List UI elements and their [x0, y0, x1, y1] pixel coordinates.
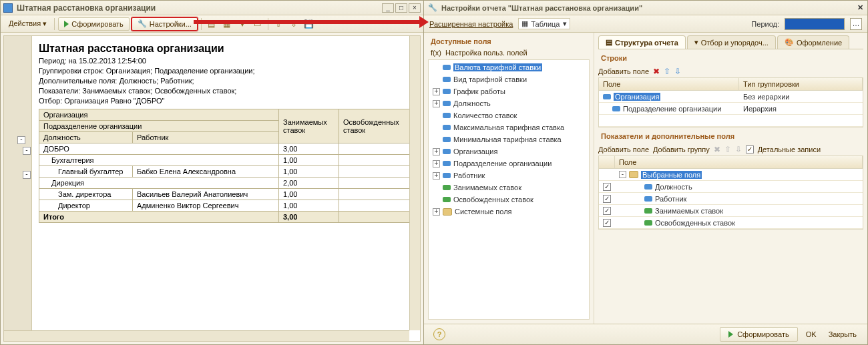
tree-label[interactable]: Вид тарифной ставки [453, 75, 527, 83]
period-input[interactable] [785, 18, 845, 30]
tree-item: +Системные поля [429, 206, 589, 218]
table-row: Главный бухгалтер Бабко Елена Александро… [39, 166, 413, 178]
tree-label[interactable]: Максимальная тарифная ставка [453, 123, 564, 131]
horizontal-scrollbar[interactable] [4, 330, 409, 341]
filter-icon: ▾ [694, 38, 698, 47]
grid-row[interactable]: ✓ Занимаемых ставок [599, 205, 863, 217]
maximize-button[interactable]: □ [395, 3, 407, 13]
grid-row[interactable]: ✓ Работник [599, 193, 863, 205]
wrench-icon [428, 3, 437, 12]
minimize-button[interactable]: _ [382, 3, 394, 13]
tab-formatting[interactable]: 🎨Оформление [777, 35, 849, 49]
available-fields-tree[interactable]: Валюта тарифной ставки Вид тарифной став… [428, 59, 590, 320]
settings-body: Доступные поля f(x) Настройка польз. пол… [424, 33, 867, 324]
wrench-icon [138, 19, 147, 28]
fields-toolbar: Добавить поле Добавить группу ✖ ⇧ ⇩ ✓ Де… [598, 143, 863, 155]
grid-row[interactable]: ✓ Освобожденных ставок [599, 217, 863, 229]
move-down-icon[interactable]: ⇩ [674, 67, 681, 76]
collapse-toggle[interactable]: - [17, 136, 25, 144]
tree-label[interactable]: Системные поля [455, 208, 512, 216]
settings-toolbar: Расширенная настройка ▦ Таблица ▾ Период… [424, 15, 867, 33]
tree-label[interactable]: Валюта тарифной ставки [453, 63, 542, 71]
tree-label[interactable]: Занимаемых ставок [453, 184, 521, 192]
available-header: Доступные поля [428, 35, 594, 47]
delete-icon[interactable]: ✖ [653, 67, 660, 76]
custom-fields-button[interactable]: f(x) Настройка польз. полей [428, 47, 594, 58]
settings-label: Настройки... [150, 20, 192, 28]
tree-item: Максимальная тарифная ставка [429, 121, 589, 133]
grid-row[interactable]: ✓ Должность [599, 181, 863, 193]
tab-structure[interactable]: ▤Структура отчета [598, 35, 686, 49]
rows-header: Строки [598, 52, 863, 64]
collapse-toggle[interactable]: - [23, 147, 31, 155]
generate-button[interactable]: Сформировать [58, 17, 130, 31]
tree-item: Валюта тарифной ставки [429, 61, 589, 73]
col-type: Тип группировки [739, 78, 863, 90]
settings-tabs: ▤Структура отчета ▾Отбор и упорядоч... 🎨… [598, 35, 863, 49]
separator [54, 18, 55, 30]
tree-label[interactable]: Количество ставок [453, 111, 517, 119]
col-taken: Занимаемых ставок [279, 109, 339, 143]
close-button[interactable]: Закрыть [825, 330, 861, 338]
tree-label[interactable]: Освобожденных ставок [453, 196, 533, 204]
table-row: Бухгалтерия 1,00 [39, 155, 413, 166]
period-label: Период: [751, 20, 779, 28]
footer-generate-button[interactable]: Сформировать [720, 327, 798, 342]
tree-label[interactable]: Подразделение организации [453, 159, 552, 167]
close-icon[interactable]: ✕ [857, 3, 863, 12]
tree-item: +Организация [429, 145, 589, 157]
period-picker-button[interactable]: … [850, 18, 862, 30]
structure-icon: ▤ [606, 38, 612, 47]
tree-label[interactable]: Работник [453, 171, 485, 180]
view-switch[interactable]: ▦ Таблица ▾ [518, 18, 570, 29]
available-fields-panel: Доступные поля f(x) Настройка польз. пол… [424, 33, 594, 324]
move-up-icon[interactable]: ⇧ [664, 67, 670, 76]
palette-icon: 🎨 [785, 38, 794, 47]
report-extrafields: Дополнительные поля: Должность; Работник… [39, 76, 413, 86]
tab-filter[interactable]: ▾Отбор и упорядоч... [687, 35, 776, 49]
collapse-toggle[interactable]: - [23, 171, 31, 179]
ok-button[interactable]: OK [802, 330, 821, 338]
settings-button[interactable]: Настройки... [132, 17, 198, 31]
grid-row[interactable]: Организация Без иерархии [599, 91, 863, 103]
close-button[interactable]: × [409, 3, 421, 13]
field-checkbox[interactable]: ✓ [603, 195, 611, 203]
settings-footer: ? Сформировать OK Закрыть [424, 324, 867, 344]
field-checkbox[interactable]: ✓ [603, 207, 611, 215]
chevron-down-icon: ▾ [563, 19, 567, 28]
vertical-scrollbar[interactable] [409, 36, 420, 330]
help-icon[interactable]: ? [433, 328, 445, 340]
total-row: Итого 3,00 [39, 212, 413, 223]
move-up-icon[interactable]: ⇧ [724, 145, 731, 154]
tree-item: Количество ставок [429, 109, 589, 121]
field-checkbox[interactable]: ✓ [603, 219, 611, 227]
actions-menu[interactable]: Действия ▾ [5, 18, 51, 29]
grid-row[interactable]: -Выбранные поля [599, 169, 863, 181]
report-toolbar: Действия ▾ Сформировать Настройки... ▤ ▦… [1, 15, 423, 33]
settings-panel: Настройки отчета "Штатная расстановка ор… [424, 0, 868, 345]
report-title: Штатная расстановка организации [39, 43, 413, 55]
tree-label[interactable]: Должность [453, 99, 491, 107]
add-field-button[interactable]: Добавить поле [598, 145, 649, 153]
advanced-toggle[interactable]: Расширенная настройка [429, 20, 513, 28]
detailed-checkbox[interactable]: ✓ [746, 145, 754, 153]
tree-item: Освобожденных ставок [429, 194, 589, 206]
add-group-button[interactable]: Добавить группу [653, 145, 710, 153]
app-icon [3, 3, 13, 13]
field-checkbox[interactable]: ✓ [603, 183, 611, 191]
grid-row[interactable]: Подразделение организации Иерархия [599, 103, 863, 115]
move-down-icon[interactable]: ⇩ [735, 145, 742, 154]
titlebar: Штатная расстановка организации _ □ × [1, 1, 423, 15]
callout-arrow [194, 20, 421, 24]
col-field: Поле [599, 78, 739, 90]
col-worker: Работник [133, 132, 279, 143]
tree-label[interactable]: Организация [453, 147, 497, 155]
delete-icon[interactable]: ✖ [714, 145, 720, 154]
grid-row-empty [599, 115, 863, 127]
add-field-button[interactable]: Добавить поле [598, 67, 649, 75]
tree-label[interactable]: Минимальная тарифная ставка [453, 135, 562, 143]
tree-label[interactable]: График работы [453, 87, 505, 95]
structure-panel: ▤Структура отчета ▾Отбор и упорядоч... 🎨… [594, 33, 867, 324]
col-dept: Подразделение организации [39, 121, 279, 132]
tree-item: Минимальная тарифная ставка [429, 133, 589, 145]
